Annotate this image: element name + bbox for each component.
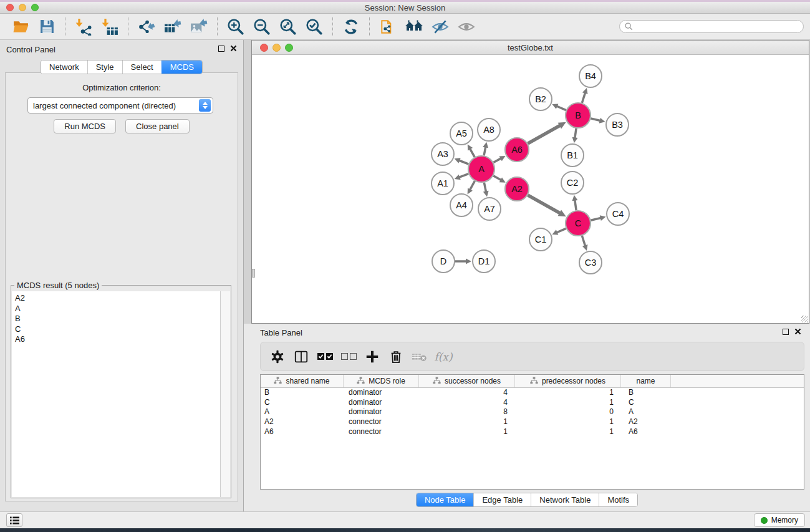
delete-column-trash-icon[interactable] <box>387 347 405 366</box>
run-mcds-button[interactable]: Run MCDS <box>54 119 116 133</box>
import-network-icon[interactable] <box>74 17 93 36</box>
cell-shared-name[interactable]: C <box>261 398 344 408</box>
cell-name[interactable]: B <box>621 388 671 398</box>
node-B[interactable]: B <box>566 103 591 128</box>
mcds-result-item[interactable]: A <box>15 304 220 314</box>
cell-name[interactable]: C <box>621 398 671 408</box>
node-A4[interactable]: A4 <box>450 194 473 216</box>
column-header-shared-name[interactable]: shared name <box>261 375 344 387</box>
node-D1[interactable]: D1 <box>473 250 495 273</box>
cell-MCDS-role[interactable]: dominator <box>344 388 419 398</box>
edge-C-C3[interactable] <box>582 244 588 251</box>
table-row[interactable]: Bdominator41B <box>261 388 804 398</box>
cell-predecessor-nodes[interactable]: 0 <box>515 407 621 417</box>
zoom-in-icon[interactable] <box>226 17 245 36</box>
node-C4[interactable]: C4 <box>607 203 629 225</box>
cell-shared-name[interactable]: A6 <box>261 427 344 437</box>
cell-MCDS-role[interactable]: dominator <box>344 407 419 417</box>
zoom-fit-icon[interactable] <box>279 17 297 36</box>
minimize-window-button[interactable] <box>19 4 26 11</box>
table-row[interactable]: A6connector11A6 <box>261 427 804 437</box>
export-image-icon[interactable] <box>190 17 208 36</box>
cell-successor-nodes[interactable]: 1 <box>419 427 515 437</box>
cell-predecessor-nodes[interactable]: 1 <box>515 427 621 437</box>
float-table-panel-icon[interactable] <box>783 329 789 335</box>
result-list-scrollbar[interactable] <box>221 291 230 497</box>
mcds-result-item[interactable]: C <box>15 324 220 335</box>
memory-button[interactable]: Memory <box>754 513 805 527</box>
tab-select[interactable]: Select <box>122 60 162 74</box>
hide-selection-eye-icon[interactable] <box>431 17 450 36</box>
network-maximize-button[interactable] <box>285 44 293 52</box>
close-panel-icon[interactable] <box>230 45 237 52</box>
node-B3[interactable]: B3 <box>606 114 629 136</box>
cell-name[interactable]: A6 <box>621 427 671 437</box>
network-close-button[interactable] <box>260 44 268 52</box>
export-table-icon[interactable] <box>163 17 182 36</box>
search-input[interactable] <box>634 22 803 31</box>
mcds-result-item[interactable]: A6 <box>15 334 220 345</box>
mcds-result-item[interactable]: A2 <box>15 293 220 304</box>
cell-name[interactable]: A <box>621 407 671 417</box>
function-builder-icon[interactable]: f(x) <box>434 347 453 366</box>
maximize-window-button[interactable] <box>31 4 39 11</box>
node-A7[interactable]: A7 <box>478 198 501 220</box>
node-A2[interactable]: A2 <box>505 177 529 201</box>
criterion-dropdown[interactable]: largest connected component (directed) <box>27 97 213 114</box>
close-window-button[interactable] <box>6 4 14 11</box>
node-B1[interactable]: B1 <box>561 144 584 167</box>
zoom-out-icon[interactable] <box>253 17 271 36</box>
cell-shared-name[interactable]: A2 <box>261 417 344 427</box>
cell-name[interactable]: A2 <box>621 417 671 427</box>
node-A8[interactable]: A8 <box>478 118 500 141</box>
node-A5[interactable]: A5 <box>450 122 473 145</box>
node-B2[interactable]: B2 <box>529 88 552 110</box>
mcds-result-item[interactable]: B <box>15 314 220 324</box>
edge-B-B1[interactable] <box>572 137 578 143</box>
delete-table-icon[interactable] <box>410 347 429 366</box>
cell-predecessor-nodes[interactable]: 1 <box>515 388 621 398</box>
node-A6[interactable]: A6 <box>505 138 529 162</box>
node-A1[interactable]: A1 <box>432 172 454 195</box>
tab-mcds[interactable]: MCDS <box>162 60 202 74</box>
network-canvas[interactable]: AA1A2A3A4A5A6A7A8BB1B2B3B4CC1C2C3C4DD1 <box>252 56 809 323</box>
float-panel-icon[interactable] <box>218 46 224 52</box>
cell-shared-name[interactable]: B <box>261 388 344 398</box>
node-A3[interactable]: A3 <box>432 143 454 165</box>
select-all-checkboxes-icon[interactable] <box>316 347 334 366</box>
cell-successor-nodes[interactable]: 8 <box>419 407 515 417</box>
open-session-icon[interactable] <box>11 17 30 36</box>
cell-predecessor-nodes[interactable]: 1 <box>515 417 621 427</box>
export-network-icon[interactable] <box>137 17 156 36</box>
save-session-icon[interactable] <box>37 17 56 36</box>
show-all-eye-icon[interactable] <box>457 17 476 36</box>
node-C2[interactable]: C2 <box>561 172 584 194</box>
tab-node-table[interactable]: Node Table <box>417 493 474 506</box>
close-table-panel-icon[interactable] <box>794 328 801 335</box>
cell-predecessor-nodes[interactable]: 1 <box>515 398 621 408</box>
panel-divider-grip[interactable] <box>252 269 255 278</box>
edge-A-A8[interactable] <box>483 142 488 148</box>
tab-motifs[interactable]: Motifs <box>599 493 637 506</box>
gear-icon[interactable] <box>268 347 287 366</box>
close-panel-button[interactable]: Close panel <box>125 119 190 133</box>
node-C3[interactable]: C3 <box>579 251 602 274</box>
node-D[interactable]: D <box>432 250 455 273</box>
titlebar[interactable]: Session: New Session <box>0 2 810 14</box>
cell-MCDS-role[interactable]: connector <box>344 427 419 437</box>
node-C1[interactable]: C1 <box>529 228 552 251</box>
refresh-icon[interactable] <box>342 17 360 36</box>
cell-successor-nodes[interactable]: 1 <box>419 417 515 427</box>
tab-style[interactable]: Style <box>87 60 122 74</box>
table-row[interactable]: A2connector11A2 <box>261 417 804 427</box>
column-header-successor-nodes[interactable]: successor nodes <box>419 375 515 387</box>
node-B4[interactable]: B4 <box>579 65 602 87</box>
network-minimize-button[interactable] <box>272 44 281 52</box>
edge-D-D1[interactable] <box>466 259 471 264</box>
new-network-from-selection-icon[interactable] <box>378 17 397 36</box>
tab-network-table[interactable]: Network Table <box>531 493 599 506</box>
network-window-titlebar[interactable]: testGlobe.txt <box>252 41 809 55</box>
tab-network[interactable]: Network <box>41 60 87 74</box>
tab-edge-table[interactable]: Edge Table <box>473 493 531 506</box>
node-table[interactable]: shared nameMCDS rolesuccessor nodesprede… <box>260 374 804 490</box>
